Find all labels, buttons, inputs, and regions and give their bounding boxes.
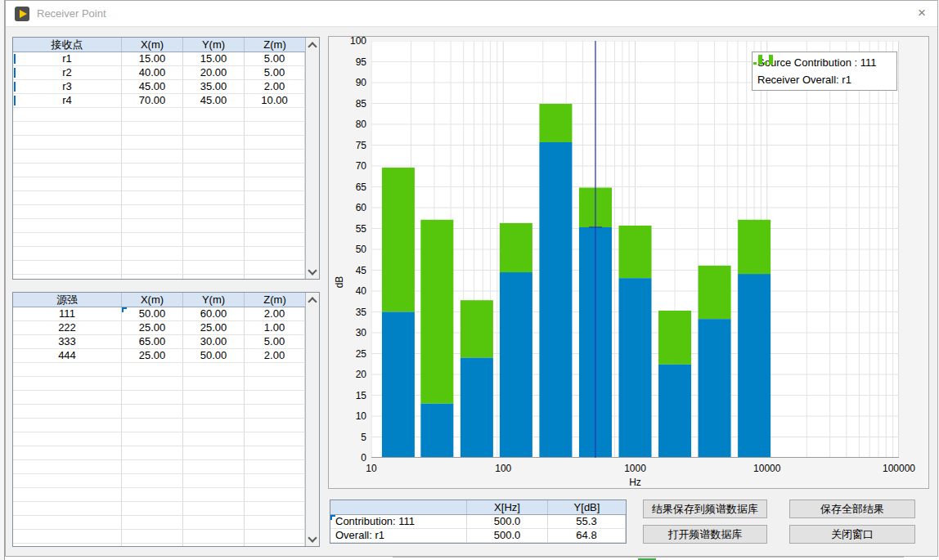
- table-cell[interactable]: 60.00: [183, 307, 245, 321]
- open-spectrum-db-button[interactable]: 打开频谱数据库: [643, 525, 767, 544]
- table-cell: [122, 205, 183, 219]
- close-window-button[interactable]: 关闭窗口: [789, 525, 915, 544]
- receiver-table[interactable]: 接收点X(m)Y(m)Z(m)r115.0015.005.00r240.0020…: [12, 37, 320, 280]
- bar-segment-overall[interactable]: [539, 104, 572, 142]
- table-cell[interactable]: r3: [13, 80, 122, 94]
- bar-segment-overall[interactable]: [699, 266, 731, 319]
- plot-area[interactable]: Source Contribution : 111 Receiver Overa…: [371, 41, 899, 458]
- table-row-empty: [13, 544, 319, 547]
- table-cell: [13, 516, 122, 530]
- bar-segment-overall[interactable]: [461, 300, 493, 357]
- table-cell[interactable]: 15.00: [122, 52, 183, 66]
- scroll-down-icon[interactable]: [306, 532, 319, 545]
- table-cell[interactable]: 333: [13, 335, 122, 349]
- bar-segment-contribution[interactable]: [420, 404, 453, 458]
- source-table[interactable]: 源强X(m)Y(m)Z(m)11150.0060.002.0022225.002…: [12, 292, 320, 547]
- save-all-results-button[interactable]: 保存全部结果: [789, 500, 915, 518]
- y-tick-label: 30: [337, 327, 366, 338]
- table-cell[interactable]: 500.0: [467, 515, 548, 529]
- table-cell: [13, 432, 122, 446]
- save-to-spectrum-db-button[interactable]: 结果保存到频谱数据库: [643, 500, 767, 518]
- bar-segment-overall[interactable]: [500, 223, 532, 272]
- table-cell[interactable]: 111: [13, 307, 122, 321]
- table-cell: [13, 136, 122, 150]
- legend-item-contribution[interactable]: Source Contribution : 111: [753, 54, 896, 71]
- column-header: X(m): [122, 38, 183, 52]
- table-cell: [13, 446, 122, 460]
- table-cell[interactable]: 10.00: [245, 94, 305, 108]
- table-cell[interactable]: 2.00: [245, 307, 305, 321]
- table-cell[interactable]: 15.00: [183, 52, 245, 66]
- table-row-empty: [13, 108, 319, 122]
- bar-segment-overall[interactable]: [619, 226, 652, 278]
- table-cell: [13, 474, 122, 488]
- spectrum-chart: dB 0510152025303540455055606570758085909…: [328, 36, 929, 489]
- table-cell[interactable]: Contribution: 111: [330, 515, 467, 529]
- legend-item-overall[interactable]: Receiver Overall: r1: [753, 71, 896, 88]
- table-cell[interactable]: 55.3: [548, 515, 626, 529]
- table-cell[interactable]: 45.00: [183, 94, 245, 108]
- table-cell[interactable]: 25.00: [122, 349, 183, 363]
- table-cell[interactable]: 5.00: [245, 66, 305, 80]
- table-cell[interactable]: 40.00: [122, 66, 183, 80]
- table-cell[interactable]: 30.00: [183, 335, 245, 349]
- table-cell[interactable]: 25.00: [122, 321, 183, 335]
- table-cell: [245, 502, 305, 516]
- table-cell[interactable]: 20.00: [183, 66, 245, 80]
- vertical-scrollbar[interactable]: [305, 38, 319, 279]
- table-cell[interactable]: 50.00: [183, 349, 245, 363]
- bar-segment-overall[interactable]: [420, 220, 453, 404]
- scroll-up-icon[interactable]: [306, 293, 319, 307]
- table-cell[interactable]: 45.00: [122, 80, 183, 94]
- chart-legend[interactable]: Source Contribution : 111 Receiver Overa…: [752, 52, 897, 91]
- table-cell[interactable]: 70.00: [122, 94, 183, 108]
- table-row-empty: [13, 247, 319, 261]
- bar-segment-contribution[interactable]: [738, 274, 771, 458]
- table-cell[interactable]: 50.00: [122, 307, 183, 321]
- table-cell: [13, 502, 122, 516]
- table-cell[interactable]: 5.00: [245, 52, 305, 66]
- y-tick-label: 0: [337, 452, 366, 464]
- table-cell: [245, 419, 305, 432]
- cursor-readout-table[interactable]: X[Hz]Y[dB]Contribution: 111500.055.3Over…: [330, 500, 627, 544]
- bar-segment-contribution[interactable]: [382, 312, 415, 459]
- close-icon[interactable]: ×: [918, 6, 926, 20]
- table-cell[interactable]: 444: [13, 349, 122, 363]
- table-cell[interactable]: 65.00: [122, 335, 183, 349]
- table-cell[interactable]: r4: [13, 94, 122, 108]
- column-header: 源强: [13, 293, 122, 307]
- table-cell[interactable]: 500.0: [467, 529, 548, 543]
- table-cell[interactable]: 5.00: [245, 335, 305, 349]
- table-cell[interactable]: 2.00: [245, 349, 305, 363]
- bar-segment-contribution[interactable]: [658, 365, 691, 458]
- table-cell[interactable]: r1: [13, 52, 122, 66]
- bar-segment-overall[interactable]: [382, 168, 415, 311]
- scroll-down-icon[interactable]: [306, 265, 319, 278]
- table-cell[interactable]: r2: [13, 66, 122, 80]
- table-cell: [245, 516, 305, 530]
- table-cell[interactable]: Overall: r1: [330, 529, 467, 543]
- table-cell: [122, 419, 183, 432]
- table-cell[interactable]: 35.00: [183, 80, 245, 94]
- bar-segment-overall[interactable]: [738, 220, 771, 274]
- bar-segment-contribution[interactable]: [461, 358, 493, 458]
- scroll-up-icon[interactable]: [306, 38, 319, 52]
- table-cell: [245, 446, 305, 460]
- table-cell[interactable]: 222: [13, 321, 122, 335]
- vertical-scrollbar[interactable]: [305, 293, 319, 546]
- table-cell[interactable]: 25.00: [183, 321, 245, 335]
- table-cell: [183, 233, 245, 247]
- bar-segment-contribution[interactable]: [699, 319, 731, 458]
- table-cell: [245, 488, 305, 502]
- table-cell: [122, 460, 183, 474]
- table-cell: [122, 363, 183, 377]
- table-cell[interactable]: 1.00: [245, 321, 305, 335]
- bar-segment-contribution[interactable]: [539, 142, 572, 458]
- bar-segment-overall[interactable]: [658, 311, 691, 365]
- bar-segment-contribution[interactable]: [619, 278, 652, 458]
- bar-segment-contribution[interactable]: [500, 272, 532, 458]
- table-cell: [245, 233, 305, 247]
- table-cell[interactable]: 2.00: [245, 80, 305, 94]
- table-cell[interactable]: 64.8: [548, 529, 626, 543]
- table-cell: [183, 460, 245, 474]
